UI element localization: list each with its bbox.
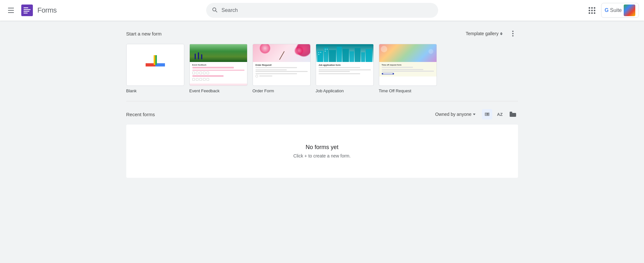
section-divider (126, 101, 518, 101)
svg-rect-9 (337, 47, 342, 62)
time-off-thumbnail: Time off request form (379, 44, 437, 86)
timeoff-form-body: Time off request form (379, 62, 437, 76)
owned-by-chevron (473, 114, 476, 115)
grid-apps-icon[interactable] (586, 4, 599, 17)
template-card-time-off-request[interactable]: Time off request form Time Off Request (379, 44, 437, 93)
sort-az-icon: AZ (497, 112, 503, 117)
app-name: Forms (37, 6, 57, 15)
no-forms-title: No forms yet (305, 144, 338, 151)
svg-rect-0 (21, 5, 33, 16)
templates-grid: Blank Event feedback (126, 44, 518, 93)
section-controls: Template gallery (463, 28, 518, 39)
timeoff-header (379, 44, 437, 62)
svg-rect-10 (342, 49, 349, 62)
order-form-header (253, 44, 310, 62)
header-left: Forms (5, 4, 76, 17)
svg-rect-8 (329, 50, 336, 62)
sort-az-button[interactable]: AZ (495, 109, 505, 119)
search-container (206, 3, 438, 18)
job-application-label: Job Application (316, 88, 374, 93)
search-input[interactable] (222, 7, 433, 13)
job-form-body: Job application form (316, 62, 373, 77)
gsuite-badge[interactable]: G Suite (601, 3, 639, 18)
order-form-label: Order Form (253, 88, 311, 93)
event-img-header (190, 44, 247, 62)
job-header (316, 44, 373, 62)
recent-title: Recent forms (126, 112, 155, 117)
job-application-thumbnail: Job application form (316, 44, 374, 86)
svg-rect-19 (327, 49, 328, 50)
main-content: Start a new form Template gallery (116, 21, 528, 186)
svg-rect-3 (24, 11, 29, 12)
svg-rect-11 (350, 51, 354, 62)
folder-icon (510, 112, 516, 117)
empty-forms-area: No forms yet Click + to create a new for… (126, 125, 518, 178)
template-card-event-feedback[interactable]: Event feedback Event Feedback (189, 44, 247, 93)
folder-view-button[interactable] (508, 109, 518, 119)
order-form-thumbnail: Order Request! (253, 44, 311, 86)
recent-controls: Owned by anyone (433, 109, 518, 119)
more-options-button[interactable] (508, 28, 518, 39)
blank-thumbnail (126, 44, 184, 86)
recent-header: Recent forms Owned by anyone (126, 109, 518, 119)
hamburger-icon[interactable] (5, 5, 17, 16)
template-card-blank[interactable]: Blank (126, 44, 184, 93)
blank-label: Blank (126, 88, 184, 93)
template-gallery-button[interactable]: Template gallery (463, 29, 505, 38)
expand-collapse-icon (500, 32, 503, 35)
svg-rect-4 (24, 13, 28, 13)
list-view-button[interactable] (482, 109, 492, 119)
search-icon (211, 6, 218, 14)
svg-rect-18 (325, 49, 326, 50)
svg-rect-15 (318, 52, 319, 53)
template-card-job-application[interactable]: Job application form Job Application (316, 44, 374, 93)
svg-rect-13 (361, 52, 365, 62)
header-right: G Suite (568, 3, 639, 18)
svg-rect-20 (325, 51, 326, 52)
recent-section: Recent forms Owned by anyone (126, 109, 518, 178)
no-forms-subtitle: Click + to create a new form. (293, 153, 351, 158)
svg-rect-2 (24, 9, 31, 10)
plus-icon (146, 55, 165, 75)
app-logo (21, 4, 34, 17)
owned-by-button[interactable]: Owned by anyone (433, 110, 478, 118)
app-header: Forms G Suite (0, 0, 644, 21)
event-feedback-thumbnail: Event feedback (189, 44, 247, 86)
order-form-body: Order Request! (253, 62, 310, 79)
event-feedback-label: Event Feedback (189, 88, 247, 93)
gsuite-label: G Suite (605, 7, 622, 13)
svg-rect-12 (355, 48, 360, 62)
svg-rect-1 (24, 7, 28, 8)
view-icons: AZ (482, 109, 518, 119)
event-form-body: Event feedback (190, 62, 247, 84)
svg-rect-16 (320, 52, 321, 53)
grid-dots (589, 7, 595, 14)
template-card-order-form[interactable]: Order Request! Order Form (253, 44, 311, 93)
user-avatar (624, 5, 635, 16)
search-bar (206, 3, 438, 18)
svg-rect-14 (366, 49, 372, 62)
list-view-icon (485, 113, 489, 116)
vertical-dots-icon (512, 31, 514, 36)
start-new-title: Start a new form (126, 31, 162, 36)
start-new-header: Start a new form Template gallery (126, 28, 518, 39)
svg-rect-17 (318, 54, 319, 55)
time-off-label: Time Off Request (379, 88, 437, 93)
